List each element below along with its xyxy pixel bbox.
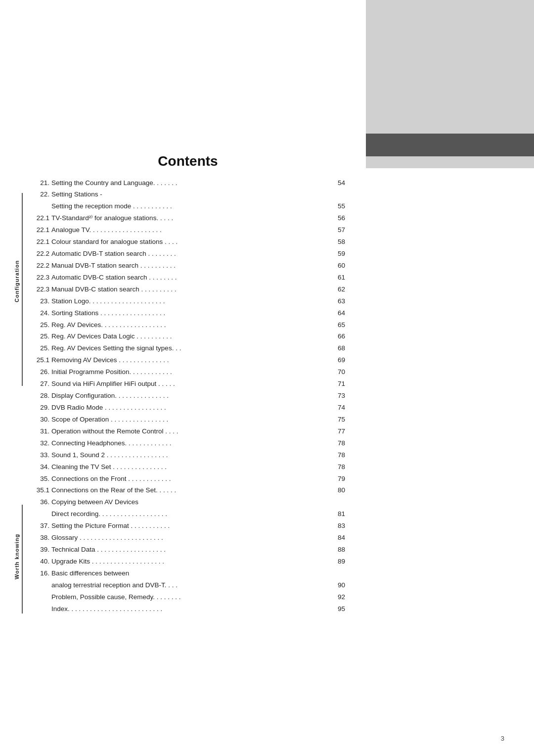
toc-entry-text: Reg. AV Devices Setting the signal types… bbox=[50, 343, 326, 355]
toc-row: 39.Technical Data . . . . . . . . . . . … bbox=[30, 544, 346, 556]
toc-number: 25. bbox=[30, 319, 50, 331]
toc-number: 25. bbox=[30, 343, 50, 355]
toc-row: Setting the reception mode . . . . . . .… bbox=[30, 201, 346, 213]
toc-number: 31. bbox=[30, 425, 50, 437]
toc-page-number: 75 bbox=[326, 414, 346, 425]
toc-page-number: 70 bbox=[326, 367, 346, 378]
toc-page-number: 88 bbox=[326, 544, 346, 556]
toc-entry-text: Technical Data . . . . . . . . . . . . .… bbox=[50, 544, 326, 556]
toc-number: 29. bbox=[30, 402, 50, 414]
page-number: 3 bbox=[501, 735, 504, 742]
toc-page-number: 66 bbox=[326, 331, 346, 343]
toc-number: 22.3 bbox=[30, 284, 50, 295]
toc-entry-text: Connecting Headphones. . . . . . . . . .… bbox=[50, 437, 326, 449]
toc-row: Direct recording. . . . . . . . . . . . … bbox=[30, 509, 346, 520]
toc-page-number: 95 bbox=[326, 603, 346, 615]
toc-row: 22.3Automatic DVB-C station search . . .… bbox=[30, 272, 346, 284]
toc-row: 31.Operation without the Remote Control … bbox=[30, 425, 346, 437]
toc-row: Index. . . . . . . . . . . . . . . . . .… bbox=[30, 603, 346, 615]
toc-row: 16.Basic differences between bbox=[30, 567, 346, 579]
toc-entry-text: Connections on the Rear of the Set. . . … bbox=[50, 485, 326, 497]
toc-page-number bbox=[326, 189, 346, 201]
toc-entry-text: Reg. AV Devices. . . . . . . . . . . . .… bbox=[50, 319, 326, 331]
toc-entry-text: Initial Programme Position. . . . . . . … bbox=[50, 367, 326, 378]
toc-entry-text: analog terrestrial reception and DVB-T. … bbox=[50, 579, 326, 591]
toc-page-number: 56 bbox=[326, 213, 346, 225]
toc-number: 34. bbox=[30, 461, 50, 473]
toc-number: 23. bbox=[30, 295, 50, 307]
toc-number: 26. bbox=[30, 367, 50, 378]
toc-number: 40. bbox=[30, 556, 50, 568]
toc-page-number: 78 bbox=[326, 437, 346, 449]
toc-number: 37. bbox=[30, 520, 50, 532]
toc-row: 22.3Manual DVB-C station search . . . . … bbox=[30, 284, 346, 295]
toc-entry-text: Automatic DVB-T station search . . . . .… bbox=[50, 248, 326, 260]
contents-title: Contents bbox=[30, 153, 346, 169]
toc-page-number: 80 bbox=[326, 485, 346, 497]
toc-entry-text: Removing AV Devices . . . . . . . . . . … bbox=[50, 355, 326, 367]
toc-page-number: 77 bbox=[326, 425, 346, 437]
contents-section: Contents 21.Setting the Country and Lang… bbox=[30, 153, 346, 615]
toc-entry-text: DVB Radio Mode . . . . . . . . . . . . .… bbox=[50, 402, 326, 414]
bracket-config bbox=[22, 193, 23, 386]
toc-page-number bbox=[326, 567, 346, 579]
toc-row: 30.Scope of Operation . . . . . . . . . … bbox=[30, 414, 346, 425]
toc-number bbox=[30, 591, 50, 603]
toc-row: 35.1Connections on the Rear of the Set. … bbox=[30, 485, 346, 497]
toc-entry-text: Setting the Picture Format . . . . . . .… bbox=[50, 520, 326, 532]
toc-number bbox=[30, 509, 50, 520]
toc-page-number: 74 bbox=[326, 402, 346, 414]
toc-entry-text: Copying between AV Devices bbox=[50, 497, 326, 509]
toc-number: 22. bbox=[30, 189, 50, 201]
toc-page-number: 84 bbox=[326, 532, 346, 544]
toc-entry-text: Upgrade Kits . . . . . . . . . . . . . .… bbox=[50, 556, 326, 568]
toc-page-number: 71 bbox=[326, 378, 346, 390]
toc-entry-text: Connections on the Front . . . . . . . .… bbox=[50, 473, 326, 485]
toc-entry-text: Basic differences between bbox=[50, 567, 326, 579]
toc-number: 28. bbox=[30, 390, 50, 402]
toc-number: 38. bbox=[30, 532, 50, 544]
toc-row: 29.DVB Radio Mode . . . . . . . . . . . … bbox=[30, 402, 346, 414]
toc-page-number: 69 bbox=[326, 355, 346, 367]
toc-entry-text: Display Configuration. . . . . . . . . .… bbox=[50, 390, 326, 402]
toc-number: 22.1 bbox=[30, 225, 50, 236]
toc-entry-text: Sorting Stations . . . . . . . . . . . .… bbox=[50, 307, 326, 319]
toc-row: 21.Setting the Country and Language. . .… bbox=[30, 177, 346, 189]
toc-page-number bbox=[326, 497, 346, 509]
toc-number: 35. bbox=[30, 473, 50, 485]
toc-number: 35.1 bbox=[30, 485, 50, 497]
toc-row: 33.Sound 1, Sound 2 . . . . . . . . . . … bbox=[30, 449, 346, 461]
toc-number: 30. bbox=[30, 414, 50, 425]
toc-entry-text: Setting Stations - bbox=[50, 189, 326, 201]
toc-entry-text: Scope of Operation . . . . . . . . . . .… bbox=[50, 414, 326, 425]
toc-number: 21. bbox=[30, 177, 50, 189]
toc-page-number: 57 bbox=[326, 225, 346, 236]
toc-number: 33. bbox=[30, 449, 50, 461]
toc-entry-text: Problem, Possible cause, Remedy. . . . .… bbox=[50, 591, 326, 603]
toc-page-number: 68 bbox=[326, 343, 346, 355]
toc-entry-text: Manual DVB-C station search . . . . . . … bbox=[50, 284, 326, 295]
toc-row: 32.Connecting Headphones. . . . . . . . … bbox=[30, 437, 346, 449]
toc-page-number: 55 bbox=[326, 201, 346, 213]
toc-page-number: 61 bbox=[326, 272, 346, 284]
toc-row: 22.1Colour standard for analogue station… bbox=[30, 236, 346, 248]
toc-row: 25.Reg. AV Devices Setting the signal ty… bbox=[30, 343, 346, 355]
toc-page-number: 58 bbox=[326, 236, 346, 248]
toc-row: 40.Upgrade Kits . . . . . . . . . . . . … bbox=[30, 556, 346, 568]
toc-row: 22.1Analogue TV. . . . . . . . . . . . .… bbox=[30, 225, 346, 236]
toc-entry-text: Operation without the Remote Control . .… bbox=[50, 425, 326, 437]
toc-page-number: 90 bbox=[326, 579, 346, 591]
toc-number: 24. bbox=[30, 307, 50, 319]
toc-entry-text: Direct recording. . . . . . . . . . . . … bbox=[50, 509, 326, 520]
toc-number: 22.1 bbox=[30, 213, 50, 225]
toc-entry-text: Sound via HiFi Amplifier HiFi output . .… bbox=[50, 378, 326, 390]
toc-page-number: 73 bbox=[326, 390, 346, 402]
toc-number: 39. bbox=[30, 544, 50, 556]
toc-number: 25. bbox=[30, 331, 50, 343]
toc-row: 22.Setting Stations - bbox=[30, 189, 346, 201]
toc-page-number: 83 bbox=[326, 520, 346, 532]
toc-page-number: 62 bbox=[326, 284, 346, 295]
toc-row: 28.Display Configuration. . . . . . . . … bbox=[30, 390, 346, 402]
toc-number: 27. bbox=[30, 378, 50, 390]
toc-entry-text: Colour standard for analogue stations . … bbox=[50, 236, 326, 248]
